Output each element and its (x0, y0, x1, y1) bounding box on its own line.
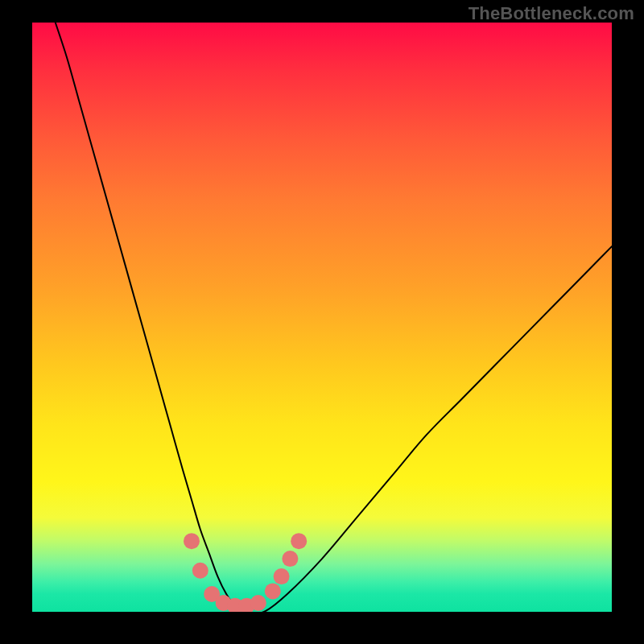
curve-marker (192, 563, 208, 579)
bottleneck-curve (56, 23, 612, 612)
curve-marker (282, 551, 298, 567)
plot-area (32, 23, 612, 612)
curve-marker (291, 533, 307, 549)
chart-frame: TheBottleneck.com (0, 0, 644, 644)
curve-marker (250, 595, 266, 611)
curve-marker (184, 533, 200, 549)
watermark-text: TheBottleneck.com (469, 3, 634, 24)
curve-marker (274, 568, 290, 584)
curve-svg (32, 23, 612, 612)
curve-markers (184, 533, 307, 612)
curve-marker (265, 583, 281, 599)
